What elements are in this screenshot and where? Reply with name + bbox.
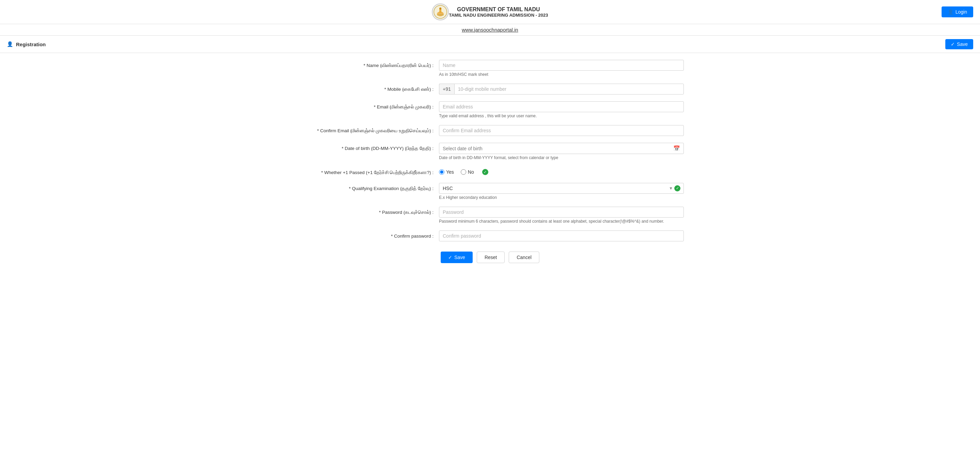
password-input[interactable]	[439, 207, 684, 218]
mobile-prefix: +91	[439, 84, 454, 94]
select-icons: ▼ ✓	[669, 185, 681, 191]
mobile-wrapper: +91	[439, 84, 684, 94]
confirm-password-input[interactable]	[439, 231, 684, 241]
name-row: * Name (விண்ணப்பதாரரின் பெயர்) : As in 1…	[296, 60, 684, 77]
registration-title: Registration	[16, 41, 46, 47]
mobile-input[interactable]	[454, 84, 684, 94]
plus1-yes-radio[interactable]	[439, 169, 444, 175]
form-buttons: ✓ Save Reset Cancel	[296, 251, 684, 263]
qualifying-check-icon: ✓	[674, 185, 681, 191]
plus1-label: * Whether +1 Passed (+1 தேர்ச்சி பெற்றிர…	[296, 167, 439, 176]
password-field: Password minimum 6 characters, password …	[439, 207, 684, 224]
user-icon: 👤	[948, 9, 953, 14]
website-bar: www.jansoochnaportal.in	[0, 24, 980, 36]
confirm-password-row: * Confirm password :	[296, 231, 684, 241]
registration-bar: 👤 Registration ✓ Save	[0, 36, 980, 53]
password-hint: Password minimum 6 characters, password …	[439, 219, 684, 224]
qualifying-field: HSC CBSE Other ▼ ✓ E.x Higher secondary …	[439, 183, 684, 200]
plus1-check-icon: ✓	[482, 169, 488, 175]
password-row: * Password (கடவுச்சொல்) : Password minim…	[296, 207, 684, 224]
name-field: As in 10th/HSC mark sheet	[439, 60, 684, 77]
dob-row: * Date of birth (DD-MM-YYYY) (பிறந்த தேத…	[296, 143, 684, 160]
confirm-email-label: * Confirm Email (மின்னஞ்சல் முகவரியை உறு…	[296, 125, 439, 134]
header-titles: GOVERNMENT OF TAMIL NADU TAMIL NADU ENGI…	[449, 6, 548, 18]
plus1-no-option[interactable]: No	[461, 169, 474, 175]
password-label: * Password (கடவுச்சொல்) :	[296, 207, 439, 216]
login-button[interactable]: 👤 Login	[942, 6, 973, 18]
qualifying-select[interactable]: HSC CBSE Other	[439, 183, 684, 194]
dob-input[interactable]	[443, 146, 673, 151]
chevron-down-icon: ▼	[669, 186, 673, 191]
header-title-main: GOVERNMENT OF TAMIL NADU	[449, 6, 548, 13]
qualifying-row: * Qualifying Examination (தகுதித் தேர்வு…	[296, 183, 684, 200]
reset-button[interactable]: Reset	[477, 251, 505, 263]
header: GOVERNMENT OF TAMIL NADU TAMIL NADU ENGI…	[0, 0, 980, 24]
dob-field: 📅 Date of birth in DD-MM-YYYY format, se…	[439, 143, 684, 160]
svg-point-3	[439, 8, 441, 10]
dob-wrapper[interactable]: 📅	[439, 143, 684, 154]
plus1-no-radio[interactable]	[461, 169, 466, 175]
registration-title-group: 👤 Registration	[7, 41, 46, 47]
name-label: * Name (விண்ணப்பதாரரின் பெயர்) :	[296, 60, 439, 69]
government-logo	[432, 3, 449, 21]
name-input[interactable]	[439, 60, 684, 71]
cancel-button[interactable]: Cancel	[509, 251, 539, 263]
check-icon-save: ✓	[448, 255, 452, 260]
save-button[interactable]: ✓ Save	[441, 251, 473, 263]
mobile-label: * Mobile (கைபேசி எண்) :	[296, 84, 439, 93]
mobile-row: * Mobile (கைபேசி எண்) : +91	[296, 84, 684, 94]
plus1-yes-option[interactable]: Yes	[439, 169, 454, 175]
plus1-field: Yes No ✓	[439, 167, 684, 175]
header-title-sub: TAMIL NADU ENGINEERING ADMISSION - 2023	[449, 13, 548, 18]
website-link[interactable]: www.jansoochnaportal.in	[462, 27, 518, 33]
plus1-radio-group: Yes No ✓	[439, 167, 684, 175]
email-input[interactable]	[439, 101, 684, 112]
registration-form: * Name (விண்ணப்பதாரரின் பெயர்) : As in 1…	[286, 60, 694, 263]
qualifying-label: * Qualifying Examination (தகுதித் தேர்வு…	[296, 183, 439, 192]
email-row: * Email (மின்னஞ்சல் முகவரி) : Type valid…	[296, 101, 684, 118]
confirm-email-input[interactable]	[439, 125, 684, 136]
save-top-button[interactable]: ✓ Save	[945, 39, 973, 49]
email-field-group: Type valid email address , this will be …	[439, 101, 684, 118]
email-label: * Email (மின்னஞ்சல் முகவரி) :	[296, 101, 439, 110]
plus1-row: * Whether +1 Passed (+1 தேர்ச்சி பெற்றிர…	[296, 167, 684, 176]
dob-label: * Date of birth (DD-MM-YYYY) (பிறந்த தேத…	[296, 143, 439, 152]
confirm-email-row: * Confirm Email (மின்னஞ்சல் முகவரியை உறு…	[296, 125, 684, 136]
email-hint: Type valid email address , this will be …	[439, 113, 684, 118]
person-icon: 👤	[7, 41, 13, 47]
dob-hint: Date of birth in DD-MM-YYYY format, sele…	[439, 155, 684, 160]
check-icon-top: ✓	[951, 41, 955, 47]
confirm-password-label: * Confirm password :	[296, 231, 439, 240]
confirm-password-field	[439, 231, 684, 241]
mobile-field: +91	[439, 84, 684, 94]
name-hint: As in 10th/HSC mark sheet	[439, 72, 684, 77]
svg-rect-4	[437, 14, 444, 15]
calendar-icon[interactable]: 📅	[673, 145, 680, 152]
qualifying-hint: E.x Higher secondary education	[439, 195, 684, 200]
qualifying-select-wrapper: HSC CBSE Other ▼ ✓	[439, 183, 684, 194]
confirm-email-field	[439, 125, 684, 136]
